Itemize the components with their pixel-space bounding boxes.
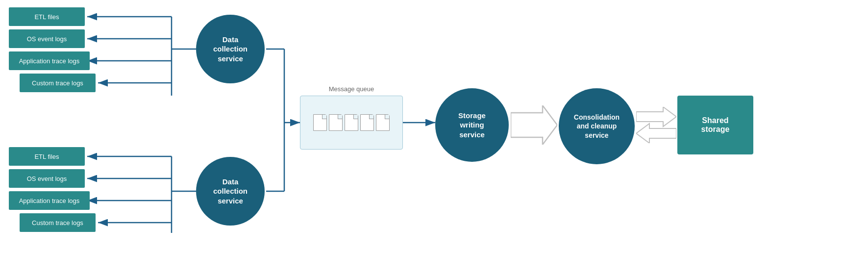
- etl-files-box-1: ETL files: [9, 7, 85, 26]
- architecture-diagram: ETL files OS event logs Application trac…: [0, 0, 868, 253]
- etl-files-box-2: ETL files: [9, 147, 85, 166]
- doc-icon-1: [313, 114, 327, 131]
- message-queue-label: Message queue: [329, 85, 374, 93]
- consolidation-circle: Consolidationand cleanupservice: [559, 88, 635, 164]
- svg-marker-21: [636, 124, 676, 143]
- data-collection-circle-1: Datacollectionservice: [196, 15, 265, 83]
- doc-icon-2: [329, 114, 343, 131]
- arrow-to-consolidation: [511, 105, 557, 145]
- os-event-logs-box-1: OS event logs: [9, 29, 85, 48]
- message-queue: Message queue: [300, 96, 403, 150]
- os-event-logs-box-2: OS event logs: [9, 169, 85, 188]
- doc-icon-5: [376, 114, 390, 131]
- app-trace-logs-box-1: Application trace logs: [9, 51, 90, 70]
- queue-documents: [313, 114, 390, 131]
- svg-marker-20: [636, 107, 676, 126]
- custom-trace-logs-box-1: Custom trace logs: [20, 74, 96, 92]
- storage-writing-circle: Storagewritingservice: [435, 88, 509, 162]
- doc-icon-3: [345, 114, 358, 131]
- app-trace-logs-box-2: Application trace logs: [9, 191, 90, 210]
- double-arrow: [636, 107, 676, 143]
- svg-marker-19: [511, 105, 557, 145]
- custom-trace-logs-box-2: Custom trace logs: [20, 213, 96, 232]
- shared-storage-box: Sharedstorage: [677, 96, 753, 154]
- doc-icon-4: [360, 114, 374, 131]
- data-collection-circle-2: Datacollectionservice: [196, 157, 265, 226]
